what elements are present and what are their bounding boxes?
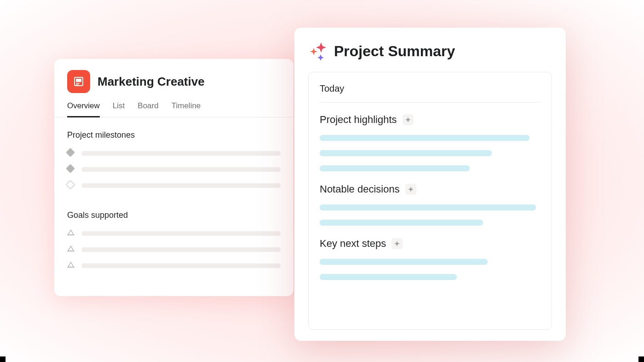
goal-icon: [67, 245, 75, 253]
tab-board[interactable]: Board: [138, 101, 158, 117]
placeholder-bar: [81, 263, 281, 268]
summary-highlights-section: Project highlights: [320, 114, 540, 171]
summary-card: Project Summary Today Project highlights…: [294, 28, 566, 341]
summary-title: Project Summary: [334, 43, 455, 60]
summary-highlights-title: Project highlights: [320, 114, 397, 126]
ai-sparkle-small-icon[interactable]: [405, 184, 416, 195]
content-bar: [320, 274, 457, 280]
summary-decisions-section: Notable decisions: [320, 183, 540, 226]
summary-next-steps-title: Key next steps: [320, 238, 386, 250]
summary-header: Project Summary: [308, 41, 552, 61]
placeholder-bar: [81, 167, 281, 172]
content-bar: [320, 165, 470, 171]
goal-row: [67, 229, 281, 237]
ai-sparkle-small-icon[interactable]: [391, 238, 402, 249]
project-card: Marketing Creative Overview List Board T…: [54, 59, 293, 296]
placeholder-bar: [81, 151, 281, 156]
milestone-row: [67, 149, 281, 157]
goal-row: [67, 262, 281, 269]
tab-list[interactable]: List: [113, 101, 125, 117]
ai-sparkle-icon: [308, 41, 328, 61]
summary-decisions-title: Notable decisions: [320, 183, 400, 195]
milestone-incomplete-icon: [67, 181, 75, 189]
goals-section: Goals supported: [54, 198, 293, 269]
content-bar: [320, 220, 483, 226]
placeholder-bar: [81, 247, 281, 252]
milestone-row: [67, 181, 281, 189]
tab-overview[interactable]: Overview: [67, 101, 100, 117]
content-bar: [320, 259, 488, 265]
svg-rect-2: [76, 83, 80, 84]
content-bar: [320, 135, 529, 141]
summary-date-label: Today: [320, 83, 540, 103]
project-tabs: Overview List Board Timeline: [54, 93, 293, 117]
project-header: Marketing Creative: [54, 59, 293, 93]
milestone-complete-icon: [67, 165, 75, 173]
svg-rect-3: [76, 84, 79, 85]
goals-title: Goals supported: [67, 210, 281, 220]
placeholder-bar: [81, 183, 281, 188]
summary-body: Today Project highlights Notable decisio…: [308, 72, 552, 330]
content-bar: [320, 204, 536, 210]
goal-icon: [67, 262, 75, 269]
milestones-section: Project milestones: [54, 117, 293, 189]
milestones-title: Project milestones: [67, 130, 281, 140]
project-icon: [67, 70, 90, 93]
summary-next-steps-section: Key next steps: [320, 238, 540, 280]
placeholder-bar: [81, 231, 281, 236]
project-title: Marketing Creative: [98, 75, 205, 89]
content-bar: [320, 150, 492, 156]
tab-timeline[interactable]: Timeline: [172, 101, 201, 117]
goal-icon: [67, 229, 75, 237]
goal-row: [67, 245, 281, 253]
ai-sparkle-small-icon[interactable]: [402, 114, 414, 125]
svg-rect-1: [76, 79, 81, 82]
milestone-complete-icon: [67, 149, 75, 157]
milestone-row: [67, 165, 281, 173]
